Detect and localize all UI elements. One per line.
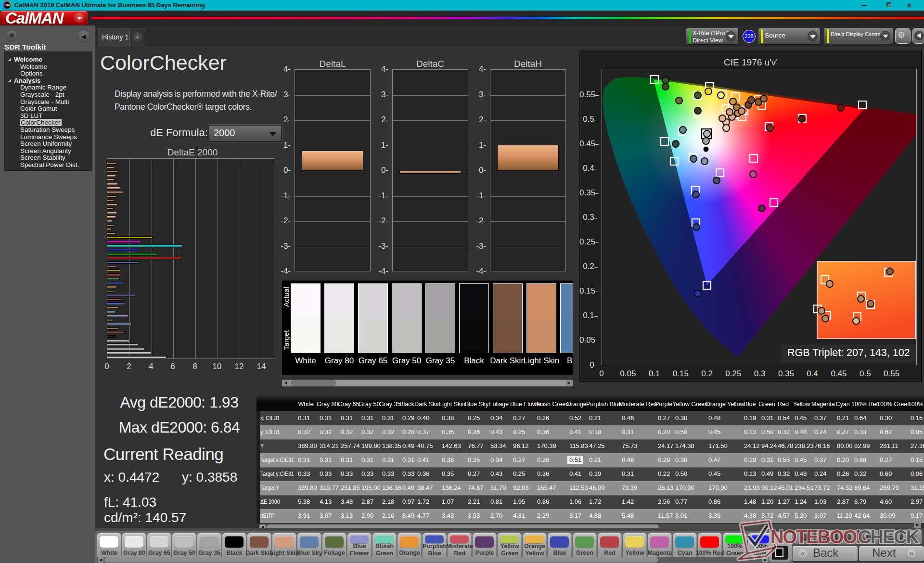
svg-text:CHECK: CHECK	[858, 527, 920, 547]
svg-text:RGB Triplet: 207, 143, 102: RGB Triplet: 207, 143, 102	[787, 347, 910, 358]
svg-text:NOTEBOOK: NOTEBOOK	[770, 527, 870, 547]
